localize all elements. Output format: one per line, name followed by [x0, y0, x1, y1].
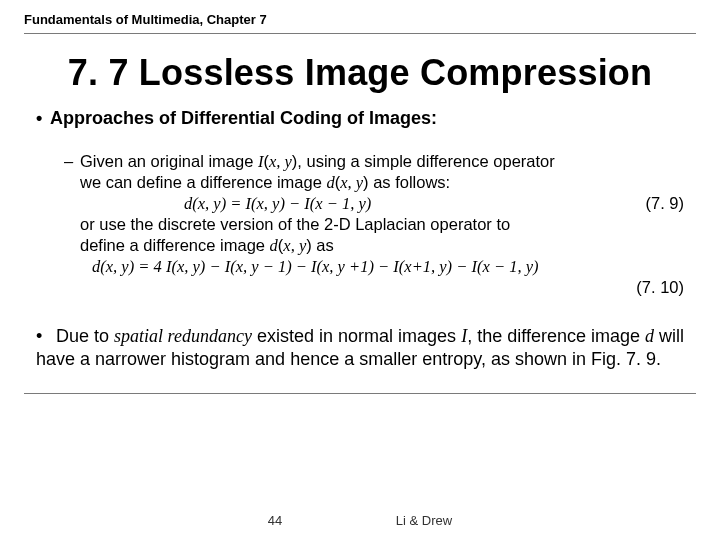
t: Due to	[56, 326, 114, 346]
t: ) as	[306, 236, 334, 254]
t: define a difference image	[80, 236, 270, 254]
slide-content: •Approaches of Differential Coding of Im…	[0, 108, 720, 371]
sub-line2: we can define a difference image d(x, y)…	[64, 172, 684, 193]
bullet-approaches: •Approaches of Differential Coding of Im…	[36, 108, 684, 151]
sub-line3: or use the discrete version of the 2-D L…	[64, 214, 684, 234]
var-xy: x, y	[269, 152, 292, 171]
eq1-text: d(x, y) = I(x, y) − I(x − 1, y)	[184, 194, 371, 213]
t: we can define a difference image	[80, 173, 326, 191]
t: , the difference image	[467, 326, 645, 346]
var-d: d	[326, 173, 334, 192]
slide-footer: 44 Li & Drew	[0, 513, 720, 528]
slide-title: 7. 7 Lossless Image Compression	[0, 34, 720, 108]
t: Given an original image	[80, 152, 258, 170]
eq2-number-row: (7. 10)	[64, 277, 684, 297]
t: ), using a simple difference operator	[292, 152, 555, 170]
chapter-header: Fundamentals of Multimedia, Chapter 7	[0, 0, 720, 31]
sub-line4: define a difference image d(x, y) as	[64, 235, 684, 256]
var-xy: x, y	[283, 236, 306, 255]
page-number: 44	[268, 513, 282, 528]
equation-710: d(x, y) = 4 I(x, y) − I(x, y − 1) − I(x,…	[64, 256, 684, 277]
var-d: d	[270, 236, 278, 255]
authors: Li & Drew	[396, 513, 452, 528]
eq1-number: (7. 9)	[645, 193, 684, 213]
var-xy: x, y	[340, 173, 363, 192]
eq2-number: (7. 10)	[636, 278, 684, 296]
equation-79: d(x, y) = I(x, y) − I(x − 1, y) (7. 9)	[64, 193, 684, 214]
eq2-text: d(x, y) = 4 I(x, y) − I(x, y − 1) − I(x,…	[92, 257, 539, 276]
sub-line1: –Given an original image I(x, y), using …	[64, 151, 684, 172]
bullet-redundancy: •Due to spatial redundancy existed in no…	[36, 297, 684, 371]
t: existed in normal images	[252, 326, 461, 346]
var-d: d	[645, 326, 654, 346]
term-spatial-redundancy: spatial redundancy	[114, 326, 252, 346]
divider-bottom	[24, 393, 696, 394]
sub-block: –Given an original image I(x, y), using …	[36, 151, 684, 297]
bullet1-text: Approaches of Differential Coding of Ima…	[50, 108, 437, 128]
t: ) as follows:	[363, 173, 450, 191]
